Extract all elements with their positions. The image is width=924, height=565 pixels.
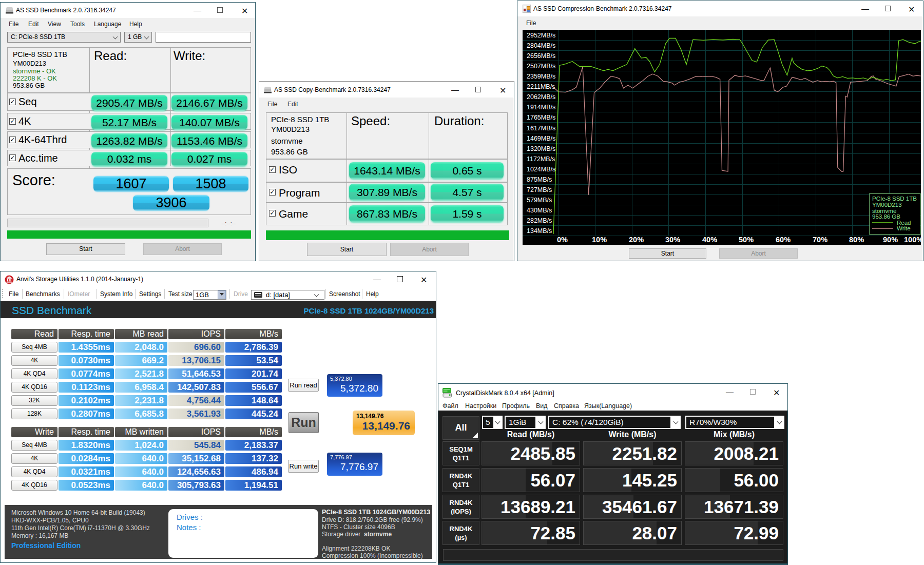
svg-text:2359MB/s: 2359MB/s (527, 73, 555, 80)
svg-text:134MB/s: 134MB/s (527, 227, 552, 235)
svg-text:579MB/s: 579MB/s (527, 197, 552, 204)
svg-text:1024MB/s: 1024MB/s (527, 166, 555, 173)
svg-text:YM00D213: YM00D213 (872, 202, 902, 208)
svg-text:282MB/s: 282MB/s (527, 217, 552, 224)
svg-text:2804MB/s: 2804MB/s (527, 42, 555, 49)
svg-text:1469MB/s: 1469MB/s (527, 135, 555, 142)
svg-text:100%: 100% (904, 236, 921, 244)
svg-text:1320MB/s: 1320MB/s (527, 145, 555, 152)
svg-text:0%: 0% (557, 236, 568, 244)
svg-text:1172MB/s: 1172MB/s (527, 155, 555, 163)
svg-text:953.86 GB: 953.86 GB (872, 213, 900, 220)
svg-text:2656MB/s: 2656MB/s (527, 52, 555, 60)
svg-text:2062MB/s: 2062MB/s (527, 93, 555, 101)
svg-text:30%: 30% (665, 236, 680, 244)
svg-text:2211MB/s: 2211MB/s (527, 83, 555, 90)
svg-text:10%: 10% (592, 236, 607, 244)
svg-text:1765MB/s: 1765MB/s (527, 114, 555, 121)
svg-text:40%: 40% (702, 236, 717, 244)
svg-text:70%: 70% (813, 236, 827, 244)
svg-text:PCIe-8 SSD 1TB: PCIe-8 SSD 1TB (872, 196, 917, 202)
svg-text:875MB/s: 875MB/s (527, 176, 552, 183)
svg-text:2952MB/s: 2952MB/s (527, 32, 555, 39)
svg-text:1617MB/s: 1617MB/s (527, 125, 555, 132)
svg-text:90%: 90% (883, 236, 898, 244)
svg-text:80%: 80% (849, 236, 864, 244)
svg-text:727MB/s: 727MB/s (527, 186, 552, 193)
svg-text:1914MB/s: 1914MB/s (527, 104, 555, 111)
svg-text:20%: 20% (629, 236, 644, 244)
svg-text:60%: 60% (776, 236, 791, 244)
svg-text:50%: 50% (739, 236, 754, 244)
svg-text:Write: Write (897, 225, 911, 231)
svg-text:430MB/s: 430MB/s (527, 207, 552, 214)
svg-text:2507MB/s: 2507MB/s (527, 63, 555, 70)
